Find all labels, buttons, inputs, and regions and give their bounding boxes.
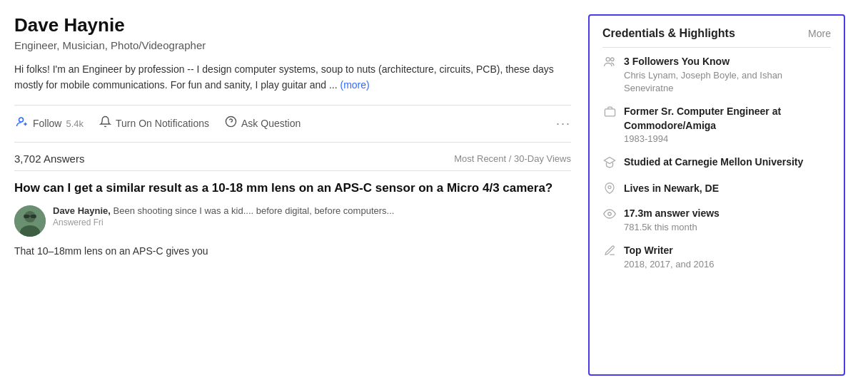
svg-point-12: [611, 58, 615, 61]
views-sub: 781.5k this month: [624, 221, 720, 234]
credential-location: Lives in Newark, DE: [602, 182, 831, 197]
answer-date: Answered Fri: [53, 217, 571, 227]
work-main: Former Sr. Computer Engineer at Commodor…: [624, 105, 831, 133]
svg-point-16: [608, 186, 611, 189]
credential-writer: Top Writer 2018, 2017, and 2016: [602, 244, 831, 271]
sidebar-header: Credentials & Highlights More: [602, 27, 831, 48]
followers-main: 3 Followers You Know: [624, 55, 831, 69]
follow-icon: [16, 116, 29, 132]
notifications-label: Turn On Notifications: [116, 118, 209, 129]
follow-label: Follow: [33, 118, 61, 129]
svg-point-0: [19, 118, 24, 122]
followers-sub: Chris Lynam, Joseph Boyle, and Ishan Sen…: [624, 69, 831, 95]
ask-question-button[interactable]: Ask Question: [223, 113, 302, 134]
answer-author: Dave Haynie, Been shooting since I was a…: [53, 205, 571, 216]
answers-header: 3,702 Answers Most Recent / 30-Day Views: [14, 153, 571, 171]
work-icon: [602, 106, 617, 120]
bottom-snippet: That 10–18mm lens on an APS-C gives you: [14, 244, 571, 259]
location-icon: [602, 183, 617, 197]
views-main: 17.3m answer views: [624, 207, 720, 221]
credential-views: 17.3m answer views 781.5k this month: [602, 207, 831, 234]
credential-followers: 3 Followers You Know Chris Lynam, Joseph…: [602, 55, 831, 95]
sidebar-more-button[interactable]: More: [808, 28, 831, 39]
notifications-button[interactable]: Turn On Notifications: [98, 113, 211, 134]
bell-icon: [99, 116, 111, 131]
follow-count: 5.4k: [66, 118, 84, 129]
credential-education: Studied at Carnegie Mellon University: [602, 155, 831, 172]
svg-point-17: [608, 212, 612, 216]
svg-marker-15: [605, 158, 615, 164]
work-sub: 1983-1994: [624, 133, 831, 145]
education-icon: [602, 156, 617, 172]
profile-tagline: Engineer, Musician, Photo/Videographer: [14, 39, 571, 51]
svg-point-11: [606, 58, 610, 61]
sidebar-title: Credentials & Highlights: [602, 27, 735, 40]
writer-main: Top Writer: [624, 244, 715, 258]
profile-bio: Hi folks! I'm an Engineer by profession …: [14, 61, 571, 93]
answers-count: 3,702 Answers: [14, 153, 84, 165]
svg-rect-8: [24, 215, 29, 218]
follow-button[interactable]: Follow 5.4k: [14, 113, 85, 135]
credential-work: Former Sr. Computer Engineer at Commodor…: [602, 105, 831, 145]
answer-text: Dave Haynie, Been shooting since I was a…: [53, 205, 571, 237]
action-bar: Follow 5.4k Turn On Notifications: [14, 105, 571, 143]
question-title[interactable]: How can I get a similar result as a 10-1…: [14, 180, 571, 197]
followers-icon: [602, 56, 617, 71]
views-icon: [602, 207, 617, 223]
answer-preview: Dave Haynie, Been shooting since I was a…: [14, 205, 571, 237]
writer-icon: [602, 245, 617, 260]
education-main: Studied at Carnegie Mellon University: [624, 155, 803, 170]
writer-sub: 2018, 2017, and 2016: [624, 258, 715, 271]
bio-more-link[interactable]: (more): [340, 79, 370, 91]
ask-label: Ask Question: [241, 118, 301, 129]
ask-icon: [225, 116, 237, 131]
location-main: Lives in Newark, DE: [624, 182, 719, 196]
credentials-sidebar: Credentials & Highlights More 3 Follower…: [588, 14, 845, 376]
more-options-button[interactable]: ···: [556, 116, 571, 131]
answers-sort[interactable]: Most Recent / 30-Day Views: [454, 153, 571, 164]
avatar: [14, 205, 46, 237]
svg-rect-13: [605, 109, 615, 116]
svg-rect-9: [31, 215, 36, 218]
profile-name: Dave Haynie: [14, 14, 571, 36]
